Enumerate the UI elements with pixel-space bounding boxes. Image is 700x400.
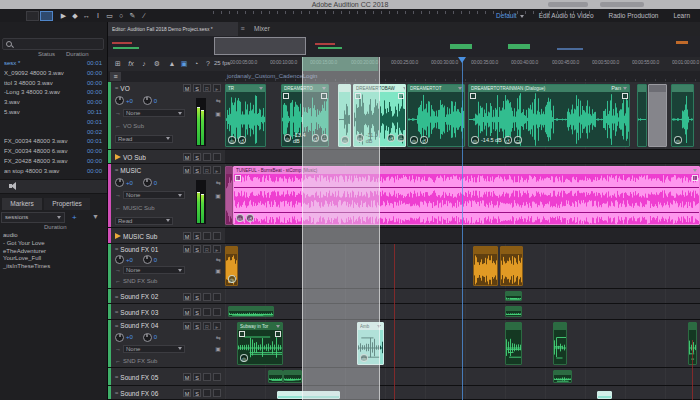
automation-mode-select[interactable]: Read: [115, 217, 173, 225]
volume-knob[interactable]: [115, 255, 124, 264]
marquee-selection-tool-icon[interactable]: ▭: [104, 9, 115, 22]
pan-knob[interactable]: [143, 333, 152, 342]
track-list-menu-icon[interactable]: ≡: [110, 72, 121, 81]
clip-dreamertot[interactable]: DREAMERTOT◎↺: [407, 84, 465, 147]
file-row[interactable]: an stop 48000 3.wav00:00: [0, 167, 107, 177]
fade-handle-icon[interactable]: [235, 175, 241, 181]
tab-editor[interactable]: Editor: Audition Fall 2018 Demo Project.…: [108, 22, 238, 36]
clip-stretch-icon[interactable]: ↺: [312, 134, 319, 142]
metronome-icon[interactable]: ▲: [166, 57, 178, 71]
track-header-sound-fx-05[interactable]: ≈Sound FX 05MS: [108, 368, 225, 386]
workspace-preset-learn[interactable]: Learn: [673, 12, 690, 19]
mute-button[interactable]: M: [183, 232, 191, 240]
monitor-button[interactable]: ▸: [213, 322, 221, 330]
clip-gain-knob-icon[interactable]: ◎: [228, 275, 236, 283]
workspace-preset-radio-production[interactable]: Radio Production: [609, 12, 659, 19]
lasso-selection-tool-icon[interactable]: ○: [116, 9, 127, 22]
record-arm-button[interactable]: R: [203, 322, 211, 330]
automation-mode-select[interactable]: Read: [115, 135, 173, 143]
monitor-button[interactable]: [213, 153, 221, 161]
mute-button[interactable]: M: [183, 166, 191, 174]
clip-tuneful-burnsbeat-stcomp-music-[interactable]: TUNEFUL - BurnsBeat - stComp (Music)◎↺: [233, 166, 700, 225]
file-row[interactable]: 5.wav00:11: [0, 108, 107, 118]
clip-green[interactable]: [505, 291, 522, 301]
file-row[interactable]: FX_00034 48000 3.wav00:01: [0, 137, 107, 147]
chevron-down-icon[interactable]: [403, 87, 405, 90]
track-header-sound-fx-04[interactable]: ≈Sound FX 04MSR▸+00⇆→None▣←SND FX Sub: [108, 320, 225, 368]
clip-vo-sel[interactable]: ◎: [338, 84, 351, 147]
session-row[interactable]: audio: [0, 232, 107, 240]
chevron-down-icon[interactable]: [377, 325, 381, 328]
track-header-sound-fx-02[interactable]: ≈Sound FX 02MS: [108, 289, 225, 304]
clip-amb[interactable]: Amb◎: [357, 322, 384, 365]
input-select[interactable]: None: [123, 191, 185, 199]
input-select[interactable]: None: [123, 109, 185, 117]
file-row[interactable]: -Long 3 48000 3.wav00:00: [0, 88, 107, 98]
clip-green[interactable]: [505, 322, 522, 365]
clip-notes-icon[interactable]: ▭: [514, 136, 522, 144]
chevron-down-icon[interactable]: [322, 87, 326, 90]
tab-mixer[interactable]: Mixer: [254, 22, 270, 36]
fade-handle-icon[interactable]: [283, 93, 289, 99]
move-tool-icon[interactable]: ▶: [58, 9, 69, 22]
session-row[interactable]: _itsInTheseTimes: [0, 263, 107, 271]
playhead-line[interactable]: [462, 57, 463, 400]
monitor-button[interactable]: ▸: [213, 84, 221, 92]
track-header-music-sub[interactable]: MUSIC SubMS: [108, 228, 225, 244]
clip-gain-knob-icon[interactable]: ◎: [284, 134, 291, 142]
solo-button[interactable]: S: [193, 293, 201, 301]
clip-green[interactable]: [505, 306, 522, 317]
clip-green[interactable]: [553, 370, 572, 383]
fade-handle-icon[interactable]: [239, 331, 245, 337]
settings-icon[interactable]: ⚙: [151, 57, 163, 71]
fade-handle-icon[interactable]: [622, 93, 628, 99]
slip-tool-icon[interactable]: ∕: [139, 9, 150, 22]
file-row[interactable]: FX_20428 48000 3.wav00:00: [0, 157, 107, 167]
record-arm-button[interactable]: R: [203, 84, 211, 92]
volume-knob[interactable]: [115, 333, 124, 342]
clip-gray[interactable]: [648, 84, 667, 147]
mute-button[interactable]: M: [183, 322, 191, 330]
monitor-button[interactable]: [213, 293, 221, 301]
track-header-sound-fx-03[interactable]: ≈Sound FX 03MS: [108, 304, 225, 320]
clip-wash[interactable]: [283, 370, 302, 383]
fade-handle-icon[interactable]: [692, 175, 698, 181]
input-select[interactable]: None: [123, 266, 185, 274]
monitor-button[interactable]: ▸: [213, 166, 221, 174]
solo-button[interactable]: S: [193, 389, 201, 397]
clip-acc[interactable]: [268, 370, 283, 383]
fade-handle-icon[interactable]: [398, 93, 404, 99]
monitor-button[interactable]: [213, 308, 221, 316]
clip-stretch-icon[interactable]: ↺: [238, 136, 246, 144]
zoom-navigator[interactable]: [108, 36, 700, 58]
clip-icon[interactable]: ♪: [138, 57, 150, 71]
clip-stretch-icon[interactable]: ↺: [246, 214, 254, 222]
file-row[interactable]: 3.wav00:00: [0, 98, 107, 108]
fade-handle-icon[interactable]: [321, 93, 327, 99]
sessions-dropdown[interactable]: sessions: [1, 212, 65, 223]
clip-vo[interactable]: ◎: [671, 84, 694, 147]
track-header-sound-fx-06[interactable]: ≈Sound FX 06MS: [108, 386, 225, 400]
column-duration[interactable]: Duration: [66, 51, 89, 57]
volume-knob[interactable]: [115, 178, 124, 187]
clip-africa-mmusa-longino-m[interactable]: [277, 391, 340, 399]
session-row[interactable]: - Got Your Love: [0, 240, 107, 248]
file-row[interactable]: 00:02: [0, 128, 107, 138]
track-header-music[interactable]: ≈MUSICMSR▸+00⇆→None▣←MUSIC SubRead: [108, 164, 225, 228]
multitrack-view-toggle[interactable]: [40, 11, 53, 21]
fade-handle-icon[interactable]: [470, 93, 476, 99]
session-row[interactable]: YourLove_Full: [0, 255, 107, 263]
track-header-vo-sub[interactable]: VO SubMS: [108, 150, 225, 164]
clip-gain-knob-icon[interactable]: ◎: [674, 136, 682, 144]
monitor-button[interactable]: [213, 389, 221, 397]
record-arm-button[interactable]: R: [203, 166, 211, 174]
track-header-sound-fx-01[interactable]: ≈Sound FX 01MSR▸+00⇆→None▣←SND FX Sub: [108, 244, 225, 289]
clip-teal-sel[interactable]: [597, 391, 612, 399]
clip-notes-icon[interactable]: ▭: [397, 134, 405, 142]
monitor-button[interactable]: ▸: [213, 245, 221, 253]
monitor-button[interactable]: [213, 373, 221, 381]
clip-gain-knob-icon[interactable]: ◎: [356, 134, 364, 142]
clip-music-end[interactable]: [225, 166, 233, 225]
clip-gain-knob-icon[interactable]: ◎: [360, 354, 368, 362]
solo-button[interactable]: S: [193, 245, 201, 253]
